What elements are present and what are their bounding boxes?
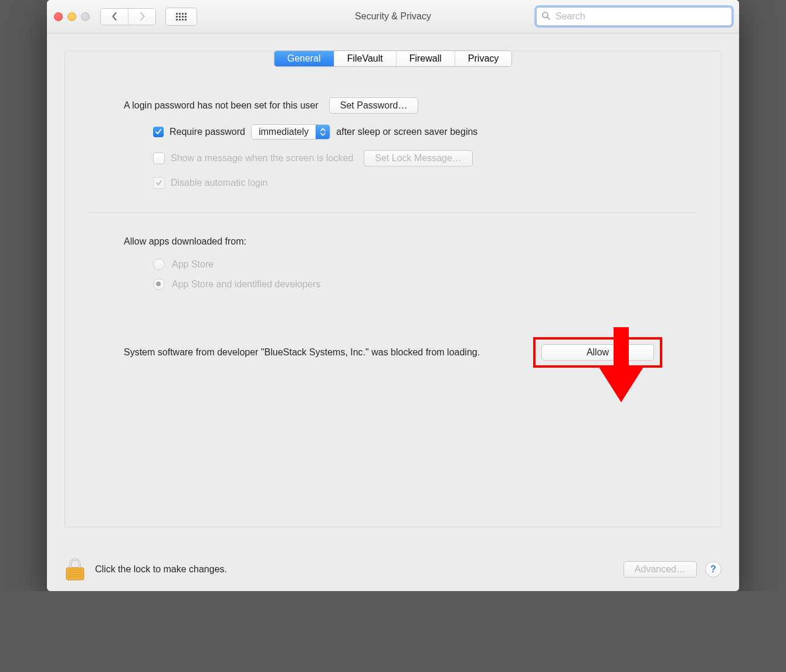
lock-hint-text: Click the lock to make changes. — [95, 564, 227, 575]
checkmark-icon — [155, 179, 162, 186]
zoom-icon — [81, 12, 90, 21]
disable-auto-login-row: Disable automatic login — [124, 177, 662, 189]
tab-firewall[interactable]: Firewall — [396, 51, 455, 66]
show-lock-message-label: Show a message when the screen is locked — [171, 153, 353, 164]
radio-identified-developers: App Store and identified developers — [153, 279, 662, 290]
radio-identified-label: App Store and identified developers — [172, 279, 321, 290]
disable-auto-login-label: Disable automatic login — [171, 178, 267, 188]
blocked-software-text: System software from developer "BlueStac… — [124, 346, 533, 359]
show-all-button[interactable] — [165, 8, 197, 26]
radio-icon — [153, 279, 165, 290]
tab-general[interactable]: General — [275, 51, 334, 66]
require-password-checkbox[interactable] — [153, 127, 164, 137]
search-icon — [541, 11, 551, 21]
radio-app-store: App Store — [153, 259, 662, 270]
forward-button — [128, 9, 155, 25]
back-button[interactable] — [101, 9, 128, 25]
select-value: immediately — [252, 125, 316, 139]
advanced-button: Advanced… — [624, 561, 697, 578]
chevron-left-icon — [111, 12, 118, 21]
select-stepper-icon — [316, 125, 330, 139]
blocked-software-row: System software from developer "BlueStac… — [124, 337, 662, 368]
svg-line-1 — [547, 17, 550, 19]
tab-filevault[interactable]: FileVault — [334, 51, 396, 66]
red-arrow-annotation — [598, 327, 645, 403]
require-password-label-before: Require password — [170, 127, 245, 137]
gatekeeper-title: Allow apps downloaded from: — [124, 236, 662, 247]
require-password-label-after: after sleep or screen saver begins — [336, 127, 477, 137]
login-password-row: A login password has not been set for th… — [124, 97, 662, 114]
search-input[interactable] — [536, 7, 732, 26]
minimize-icon[interactable] — [67, 12, 76, 21]
checkmark-icon — [155, 128, 162, 135]
tab-privacy[interactable]: Privacy — [455, 51, 511, 66]
radio-app-store-label: App Store — [172, 259, 214, 270]
help-button[interactable]: ? — [705, 561, 721, 578]
tab-bar: General FileVault Firewall Privacy — [65, 50, 721, 67]
show-lock-message-checkbox[interactable] — [153, 152, 165, 164]
close-icon[interactable] — [54, 12, 63, 21]
titlebar: Security & Privacy — [47, 0, 739, 33]
window-controls — [54, 12, 90, 21]
lock-icon[interactable] — [65, 558, 86, 581]
preferences-panel: General FileVault Firewall Privacy A log… — [65, 51, 721, 527]
no-password-label: A login password has not been set for th… — [124, 100, 319, 111]
footer: Click the lock to make changes. Advanced… — [47, 548, 739, 591]
require-password-delay-select[interactable]: immediately — [251, 124, 330, 140]
set-password-button[interactable]: Set Password… — [329, 97, 419, 114]
set-lock-message-button: Set Lock Message… — [364, 150, 473, 167]
divider — [89, 212, 697, 213]
grid-icon — [176, 13, 187, 21]
radio-icon — [153, 259, 165, 270]
require-password-row: Require password immediately after sleep… — [124, 124, 662, 140]
search-wrap — [536, 7, 732, 26]
disable-auto-login-checkbox — [153, 177, 165, 189]
security-privacy-window: Security & Privacy General FileVault Fir… — [47, 0, 739, 591]
lock-message-row: Show a message when the screen is locked… — [124, 150, 662, 167]
svg-rect-2 — [66, 568, 84, 580]
nav-back-forward — [100, 8, 156, 25]
chevron-right-icon — [139, 12, 145, 21]
